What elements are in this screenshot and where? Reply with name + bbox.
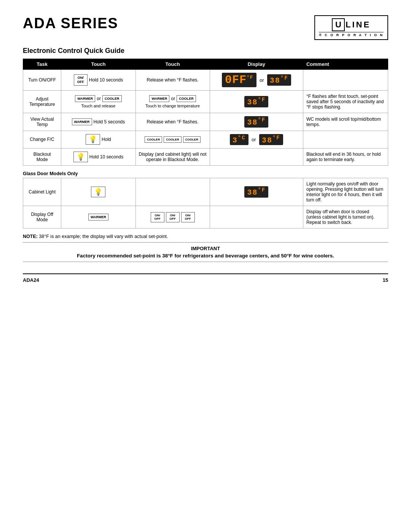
glass-door-label: Glass Door Models Only bbox=[23, 171, 388, 176]
led-38-2: 38°F bbox=[244, 96, 268, 107]
page-header: ADA SERIES U LINE ® C O R P O R A T I O … bbox=[23, 15, 388, 40]
btn-warmer-1[interactable]: WARMER bbox=[75, 95, 95, 102]
blackout-hold-text: Hold 10 seconds bbox=[89, 154, 123, 160]
touch2-adjust: WARMER or COOLER Touch to change tempera… bbox=[135, 91, 210, 113]
footer-left: ADA24 bbox=[23, 277, 39, 283]
view-release-text: Release when °F flashes. bbox=[147, 119, 198, 125]
comment-cabinet-light: Light normally goes on/off with door ope… bbox=[303, 178, 388, 206]
task-change-fc: Change F/C bbox=[23, 131, 61, 149]
comment-display-off: Display off when door is closed (unless … bbox=[303, 206, 388, 228]
display-cabinet-light: 38°F bbox=[210, 178, 303, 206]
note-text: NOTE: 38°F is an example; the display wi… bbox=[23, 234, 388, 239]
blackout-display-text: Display (and cabinet light) will not ope… bbox=[139, 152, 207, 162]
logo-u-box: U bbox=[332, 18, 345, 31]
comment-adjust: °F flashes after first touch, set-point … bbox=[303, 91, 388, 113]
logo-line-text: LINE bbox=[346, 20, 371, 30]
led-38-3: 38°F bbox=[244, 116, 268, 128]
led-38-cabinet: 38°F bbox=[244, 186, 268, 198]
table-row: Display OffMode WARMER ON/OFF ON/OFF ON/… bbox=[23, 206, 388, 228]
or-text-2: or bbox=[252, 137, 256, 142]
table-row: AdjustTemperature WARMER or COOLER Touch… bbox=[23, 91, 388, 113]
or-text-1: or bbox=[260, 77, 264, 83]
col-task: Task bbox=[23, 59, 61, 70]
touch2-on-off: Release when °F flashes. bbox=[135, 70, 210, 91]
task-display-off: Display OffMode bbox=[23, 206, 61, 228]
led-3c: 3°C bbox=[230, 134, 249, 145]
touch2-change-fc: COOLER COOLER COOLER bbox=[135, 131, 210, 149]
touch2-cabinet-light bbox=[135, 178, 210, 206]
touch1-display-off: WARMER bbox=[61, 206, 135, 228]
btn-light-cabinet[interactable]: 💡 bbox=[91, 187, 105, 197]
important-section: IMPORTANT Factory recommended set-point … bbox=[23, 242, 388, 262]
glass-door-table: Cabinet Light 💡 38°F Light normally goes… bbox=[23, 178, 388, 228]
display-on-off: 0FF°F or 38°F bbox=[210, 70, 303, 91]
btn-cooler-2[interactable]: COOLER bbox=[177, 95, 196, 102]
hold-text-1: Hold bbox=[102, 137, 111, 142]
comment-blackout: Blackout will end in 36 hours, or hold a… bbox=[303, 149, 388, 166]
logo-corp: ® C O R P O R A T I O N bbox=[319, 32, 384, 37]
btn-light-1[interactable]: 💡 bbox=[86, 134, 100, 145]
btn-on-off[interactable]: ON/OFF bbox=[74, 74, 88, 86]
btn-on-off-3[interactable]: ON/OFF bbox=[166, 212, 180, 222]
btn-on-off-4[interactable]: ON/OFF bbox=[181, 212, 195, 222]
logo: U LINE ® C O R P O R A T I O N bbox=[314, 15, 388, 40]
btn-warmer-2[interactable]: WARMER bbox=[149, 95, 169, 102]
display-adjust: 38°F bbox=[210, 91, 303, 113]
task-cabinet-light: Cabinet Light bbox=[23, 178, 61, 206]
btn-cooler-fc-2[interactable]: COOLER bbox=[164, 136, 181, 143]
main-table: Task Touch Touch Display Comment Turn ON… bbox=[23, 59, 388, 166]
footer-right: 15 bbox=[383, 277, 388, 283]
btn-light-2[interactable]: 💡 bbox=[73, 152, 88, 162]
comment-change-fc bbox=[303, 131, 388, 149]
section-title: Electronic Control Quick Guide bbox=[23, 47, 388, 55]
col-touch1: Touch bbox=[61, 59, 135, 70]
display-display-off bbox=[210, 206, 303, 228]
task-adjust: AdjustTemperature bbox=[23, 91, 61, 113]
important-label: IMPORTANT bbox=[23, 246, 388, 251]
comment-view: WC models will scroll top/mid/bottom tem… bbox=[303, 113, 388, 131]
touch2-display-off: ON/OFF ON/OFF ON/OFF bbox=[135, 206, 210, 228]
touch2-view: Release when °F flashes. bbox=[135, 113, 210, 131]
on-off-release-text: Release when °F flashes. bbox=[147, 77, 198, 83]
display-change-fc: 3°C or 38°F bbox=[210, 131, 303, 149]
led-38-1: 38°F bbox=[267, 74, 291, 86]
led-38-4: 38°F bbox=[259, 134, 283, 145]
touch1-on-off: ON/OFF Hold 10 seconds bbox=[61, 70, 135, 91]
col-comment: Comment bbox=[303, 59, 388, 70]
btn-warmer-display-off[interactable]: WARMER bbox=[88, 214, 108, 220]
table-row: BlackoutMode 💡 Hold 10 seconds Display (… bbox=[23, 149, 388, 166]
page-footer: ADA24 15 bbox=[23, 273, 388, 283]
touch-and-release-text: Touch and release bbox=[64, 104, 132, 108]
comment-on-off bbox=[303, 70, 388, 91]
important-text: Factory recommended set-point is 38°F fo… bbox=[23, 253, 388, 259]
or-label-2: or bbox=[171, 96, 175, 101]
touch2-blackout: Display (and cabinet light) will not ope… bbox=[135, 149, 210, 166]
touch-to-change-text: Touch to change temperature bbox=[139, 104, 207, 108]
touch1-adjust: WARMER or COOLER Touch and release bbox=[61, 91, 135, 113]
touch1-view: WARMER Hold 5 seconds bbox=[61, 113, 135, 131]
btn-on-off-2[interactable]: ON/OFF bbox=[151, 212, 164, 222]
btn-cooler-1[interactable]: COOLER bbox=[102, 95, 122, 102]
table-row: Turn ON/OFF ON/OFF Hold 10 seconds Relea… bbox=[23, 70, 388, 91]
btn-warmer-3[interactable]: WARMER bbox=[72, 118, 92, 125]
btn-cooler-fc-3[interactable]: COOLER bbox=[183, 136, 201, 143]
led-off: 0FF°F bbox=[222, 73, 256, 87]
or-label-1: or bbox=[97, 96, 101, 101]
display-view: 38°F bbox=[210, 113, 303, 131]
page-title: ADA SERIES bbox=[23, 15, 118, 32]
on-off-hold-text: Hold 10 seconds bbox=[89, 77, 123, 83]
touch1-blackout: 💡 Hold 10 seconds bbox=[61, 149, 135, 166]
col-display: Display bbox=[210, 59, 303, 70]
view-hold-text: Hold 5 seconds bbox=[94, 119, 125, 125]
touch1-cabinet-light: 💡 bbox=[61, 178, 135, 206]
table-row: Change F/C 💡 Hold COOLER COOLER COOLER 3… bbox=[23, 131, 388, 149]
touch1-change-fc: 💡 Hold bbox=[61, 131, 135, 149]
task-view: View ActualTemp bbox=[23, 113, 61, 131]
table-row: Cabinet Light 💡 38°F Light normally goes… bbox=[23, 178, 388, 206]
task-on-off: Turn ON/OFF bbox=[23, 70, 61, 91]
task-blackout: BlackoutMode bbox=[23, 149, 61, 166]
col-touch2: Touch bbox=[135, 59, 210, 70]
table-row: View ActualTemp WARMER Hold 5 seconds Re… bbox=[23, 113, 388, 131]
display-blackout bbox=[210, 149, 303, 166]
btn-cooler-fc-1[interactable]: COOLER bbox=[145, 136, 162, 143]
